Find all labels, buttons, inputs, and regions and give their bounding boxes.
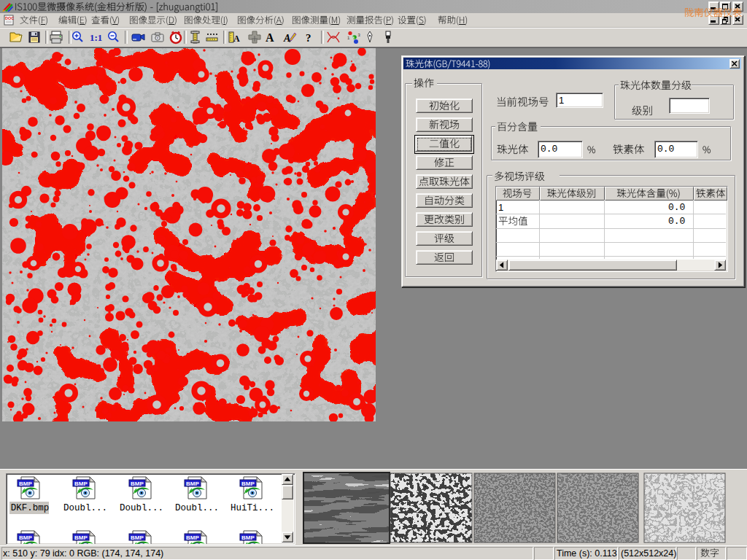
svg-text:A: A <box>233 34 240 44</box>
svg-text:DOC: DOC <box>5 16 14 20</box>
svg-text:3: 3 <box>358 33 361 37</box>
svg-text:A: A <box>266 31 274 44</box>
svg-text:1:1: 1:1 <box>90 32 102 43</box>
svg-text:A: A <box>283 33 290 44</box>
svg-text:?: ? <box>306 32 311 44</box>
svg-text:1: 1 <box>347 36 350 40</box>
